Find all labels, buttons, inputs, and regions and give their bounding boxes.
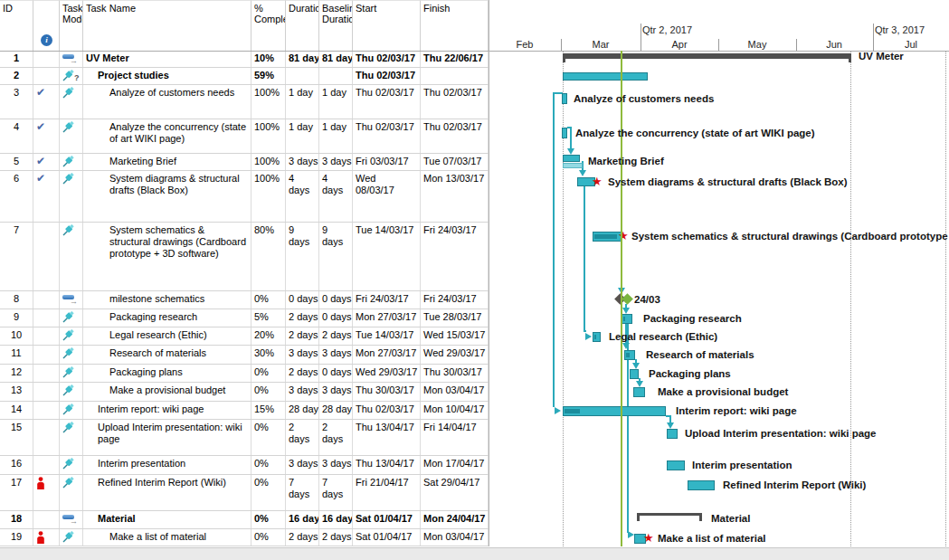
cell-bdur[interactable]: 1 day <box>319 85 353 119</box>
cell-id[interactable]: 2 <box>0 68 33 84</box>
cell-indicators[interactable] <box>33 383 60 401</box>
cell-finish[interactable]: Tue 28/03/17 <box>421 309 489 327</box>
cell-finish[interactable]: Fri 24/03/17 <box>421 291 489 308</box>
gantt-bar-task-11[interactable] <box>624 350 635 360</box>
cell-start[interactable]: Sat 01/04/17 <box>353 529 421 546</box>
cell-mode[interactable] <box>60 420 83 455</box>
cell-dur[interactable]: 3 days <box>286 154 319 170</box>
cell-dur[interactable]: 1 day <box>286 85 319 119</box>
col-header-duration[interactable]: Duration <box>286 0 319 51</box>
milestone-diamond-icon[interactable] <box>622 293 633 305</box>
cell-name[interactable]: milestone schematics <box>83 291 251 308</box>
task-row-4[interactable]: 4✔Analyze the concurrency (state of art … <box>0 119 489 154</box>
cell-start[interactable]: Fri 21/04/17 <box>353 475 421 510</box>
cell-indicators[interactable]: ✔ <box>33 85 60 119</box>
cell-id[interactable]: 9 <box>0 309 33 327</box>
cell-pct[interactable]: 0% <box>251 456 286 474</box>
cell-pct[interactable]: 0% <box>251 511 286 528</box>
cell-finish[interactable]: Thu 02/03/17 <box>421 85 489 119</box>
cell-pct[interactable]: 80% <box>251 223 286 290</box>
cell-name[interactable]: Marketing Brief <box>83 154 251 170</box>
cell-indicators[interactable]: ✔ <box>33 171 60 222</box>
cell-start[interactable]: Mon 27/03/17 <box>353 309 421 327</box>
cell-bdur[interactable]: 3 days <box>319 154 353 170</box>
cell-bdur[interactable]: 16 days <box>319 511 353 528</box>
cell-start[interactable]: Fri 03/03/17 <box>353 154 421 170</box>
cell-start[interactable]: Wed 29/03/17 <box>353 365 421 382</box>
cell-dur[interactable]: 3 days <box>286 383 319 401</box>
cell-bdur[interactable]: 7 days <box>319 475 353 510</box>
col-header-task-mode[interactable]: Task Mode <box>60 0 83 51</box>
cell-name[interactable]: UV Meter <box>83 51 251 67</box>
task-row-13[interactable]: 13Make a provisional budget0%3 days3 day… <box>0 383 489 402</box>
cell-pct[interactable]: 15% <box>251 402 286 419</box>
cell-indicators[interactable] <box>33 346 60 364</box>
cell-mode[interactable] <box>60 119 83 153</box>
cell-dur[interactable]: 4 days <box>286 171 319 222</box>
cell-id[interactable]: 14 <box>0 402 33 419</box>
cell-finish[interactable]: Thu 22/06/17 <box>421 51 489 67</box>
cell-bdur[interactable]: 28 days <box>319 402 353 419</box>
gantt-bar-task-14[interactable] <box>563 406 666 416</box>
task-row-18[interactable]: 18→Material0%16 days16 daysSat 01/04/17M… <box>0 511 489 529</box>
cell-start[interactable]: Thu 13/04/17 <box>353 420 421 455</box>
cell-indicators[interactable] <box>33 475 60 510</box>
cell-finish[interactable]: Mon 03/04/17 <box>421 383 489 401</box>
cell-indicators[interactable]: ✔ <box>33 154 60 170</box>
gantt-bar-task-5[interactable] <box>563 155 580 162</box>
cell-dur[interactable]: 2 days <box>286 309 319 327</box>
cell-mode[interactable]: → <box>60 511 83 528</box>
summary-bar-task-1[interactable] <box>563 53 851 59</box>
cell-name[interactable]: System diagrams & structural drafts (Bla… <box>83 171 251 222</box>
cell-indicators[interactable] <box>33 420 60 455</box>
cell-name[interactable]: Refined Interim Report (Wiki) <box>83 475 251 510</box>
cell-dur[interactable]: 7 days <box>286 475 319 510</box>
cell-bdur[interactable]: 4 days <box>319 171 353 222</box>
cell-start[interactable]: Thu 30/03/17 <box>353 383 421 401</box>
cell-indicators[interactable] <box>33 529 60 546</box>
task-row-15[interactable]: 15Upload Interim presentation: wiki page… <box>0 420 489 456</box>
cell-indicators[interactable] <box>33 402 60 419</box>
cell-finish[interactable]: Mon 13/03/17 <box>421 171 489 222</box>
task-row-2[interactable]: 2?Project studies59%Thu 02/03/17 <box>0 68 489 85</box>
cell-dur[interactable] <box>286 68 319 84</box>
cell-dur[interactable]: 2 days <box>286 529 319 546</box>
cell-finish[interactable]: Mon 03/04/17 <box>421 529 489 546</box>
cell-dur[interactable]: 3 days <box>286 346 319 364</box>
cell-name[interactable]: Make a provisional budget <box>83 383 251 401</box>
cell-pct[interactable]: 5% <box>251 309 286 327</box>
cell-pct[interactable]: 0% <box>251 291 286 308</box>
cell-id[interactable]: 12 <box>0 365 33 382</box>
cell-finish[interactable]: Wed 15/03/17 <box>421 327 489 345</box>
cell-pct[interactable]: 0% <box>251 383 286 401</box>
cell-finish[interactable]: Thu 02/03/17 <box>421 119 489 153</box>
cell-mode[interactable] <box>60 223 83 290</box>
cell-mode[interactable] <box>60 365 83 382</box>
task-row-14[interactable]: 14Interim report: wiki page15%28 days28 … <box>0 402 489 420</box>
cell-finish[interactable] <box>421 68 489 84</box>
cell-bdur[interactable]: 1 day <box>319 119 353 153</box>
cell-dur[interactable]: 9 days <box>286 223 319 290</box>
cell-start[interactable]: Thu 02/03/17 <box>353 402 421 419</box>
cell-pct[interactable]: 0% <box>251 365 286 382</box>
cell-indicators[interactable]: ✔ <box>33 119 60 153</box>
cell-id[interactable]: 11 <box>0 346 33 364</box>
cell-indicators[interactable] <box>33 456 60 474</box>
cell-dur[interactable]: 16 days <box>286 511 319 528</box>
cell-id[interactable]: 13 <box>0 383 33 401</box>
cell-pct[interactable]: 20% <box>251 327 286 345</box>
cell-name[interactable]: Research of materials <box>83 346 251 364</box>
col-header-baseline-duration[interactable]: Baseline Duration <box>319 0 353 51</box>
cell-indicators[interactable] <box>33 291 60 308</box>
gantt-bar-task-15[interactable] <box>667 429 678 439</box>
cell-mode[interactable]: → <box>60 51 83 67</box>
cell-indicators[interactable] <box>33 511 60 528</box>
gantt-bar-task-17[interactable] <box>688 480 715 490</box>
cell-bdur[interactable] <box>319 68 353 84</box>
cell-mode[interactable]: ? <box>60 68 83 84</box>
task-row-10[interactable]: 10Legal research (Ethic)20%2 days2 daysT… <box>0 327 489 346</box>
task-row-7[interactable]: 7System schematics & structural drawings… <box>0 223 489 291</box>
cell-name[interactable]: Material <box>83 511 251 528</box>
col-header-pct-complete[interactable]: % Complete <box>251 0 286 51</box>
task-row-1[interactable]: 1→UV Meter10%81 days81 daysThu 02/03/17T… <box>0 51 489 68</box>
